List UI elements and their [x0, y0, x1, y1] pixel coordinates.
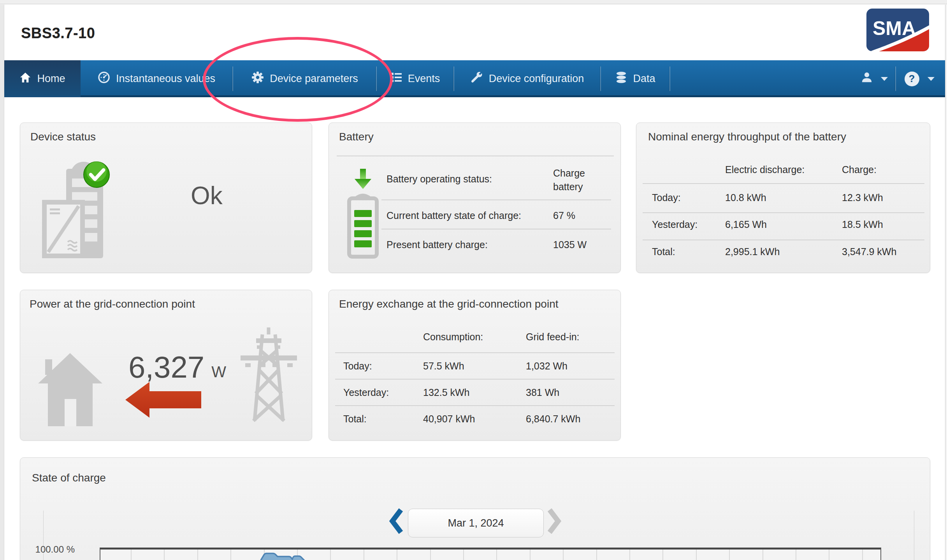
- home-icon: [19, 72, 31, 86]
- cell-feedin: 381 Wh: [526, 387, 559, 398]
- divider: [643, 240, 924, 240]
- chart-gridline: [829, 550, 829, 560]
- cell-consumption: 57.5 kWh: [423, 360, 464, 372]
- row-label: Yesterday:: [343, 387, 389, 398]
- row-label: Present battery charge:: [387, 239, 488, 250]
- nav-tab-instantaneous-values[interactable]: Instantaneous values: [81, 60, 232, 97]
- wrench-icon: [471, 71, 483, 86]
- panel-nominal-energy: Nominal energy throughput of the battery…: [636, 122, 930, 273]
- window-left-strip: [0, 5, 4, 560]
- row-value: 1035 W: [553, 239, 587, 250]
- chart-gridline: [596, 550, 597, 560]
- date-prev-button[interactable]: [388, 508, 404, 535]
- power-flow-arrow-icon: [125, 382, 201, 420]
- panel-energy-exchange: Energy exchange at the grid-connection p…: [329, 290, 621, 441]
- chart-gridline: [563, 550, 564, 560]
- chart-gridline: [330, 550, 331, 560]
- divider: [643, 212, 924, 213]
- sma-logo-text: SMA: [873, 18, 916, 39]
- house-icon: [38, 352, 102, 432]
- panel-device-status: Device status Ok: [20, 122, 312, 273]
- chart-gridline: [463, 550, 464, 560]
- chart-gridline: [696, 550, 697, 560]
- divider: [643, 183, 924, 184]
- row-label: Current battery state of charge:: [387, 210, 521, 221]
- date-next-button[interactable]: [546, 508, 562, 535]
- nav-tab-events[interactable]: Events: [377, 60, 453, 97]
- date-label: Mar 1, 2024: [448, 517, 504, 529]
- chart-gridline: [662, 550, 663, 560]
- panel-title: Device status: [30, 131, 96, 143]
- divider: [381, 229, 611, 229]
- grid-power-unit: W: [211, 361, 226, 383]
- chart-gridline: [496, 550, 497, 560]
- y-axis-max-label: 100.00 %: [28, 544, 75, 555]
- nav-tab-label: Device parameters: [270, 73, 358, 85]
- column-header: Consumption:: [423, 331, 483, 343]
- column-header: Electric discharge:: [725, 164, 805, 175]
- cell-consumption: 40,907 kWh: [423, 413, 475, 425]
- nav-separator: [376, 66, 377, 91]
- cell-discharge: 6,165 Wh: [725, 219, 767, 230]
- main-navigation: Home Instantaneous values Device paramet…: [4, 60, 945, 97]
- chart-frame-edge: [914, 511, 914, 560]
- database-icon: [615, 71, 627, 86]
- soc-area-series: [100, 550, 318, 560]
- chart-gridline: [629, 550, 630, 560]
- user-menu[interactable]: [854, 60, 894, 97]
- chart-gridline: [364, 550, 364, 560]
- panel-state-of-charge: State of charge Mar 1, 2024 100.00 %: [20, 457, 930, 560]
- power-pylon-icon: [237, 327, 301, 426]
- nav-separator: [600, 66, 601, 91]
- row-label: Today:: [652, 192, 681, 203]
- nav-tab-label: Events: [408, 73, 440, 85]
- grid-power-value: 6,327 W: [128, 352, 226, 383]
- row-label: Yesterday:: [652, 219, 698, 230]
- help-icon: ?: [905, 72, 919, 86]
- cell-charge: 18.5 kWh: [842, 219, 883, 230]
- panel-title: Energy exchange at the grid-connection p…: [339, 298, 559, 310]
- list-icon: [390, 72, 402, 86]
- window-right-strip: [945, 5, 947, 560]
- chart-gridline: [862, 550, 863, 560]
- page-title: SBS3.7-10: [21, 25, 95, 42]
- gear-icon: [251, 71, 264, 86]
- row-label: Total:: [343, 413, 367, 425]
- nav-separator: [669, 66, 670, 91]
- help-menu[interactable]: ?: [898, 60, 941, 97]
- nav-tab-label: Home: [37, 73, 65, 85]
- nav-separator: [232, 66, 233, 91]
- panel-title: Nominal energy throughput of the battery: [648, 131, 846, 143]
- chart-gridline: [729, 550, 730, 560]
- cell-charge: 12.3 kWh: [842, 192, 883, 203]
- cell-discharge: 10.8 kWh: [725, 192, 766, 203]
- gauge-icon: [98, 71, 110, 86]
- battery-charging-icon: [344, 169, 381, 262]
- panel-grid-power: Power at the grid-connection point 6,327…: [20, 290, 312, 441]
- cell-charge: 3,547.9 kWh: [842, 246, 896, 257]
- nav-tab-device-parameters[interactable]: Device parameters: [234, 60, 376, 97]
- row-value: Charge battery: [553, 166, 615, 194]
- panel-title: Battery: [339, 131, 374, 143]
- sma-logo: SMA: [866, 9, 929, 51]
- panel-battery: Battery Battery operating status: Charge…: [329, 122, 621, 273]
- divider: [335, 352, 615, 353]
- user-icon: [861, 71, 873, 86]
- cell-discharge: 2,995.1 kWh: [725, 246, 780, 257]
- nav-tab-label: Instantaneous values: [116, 73, 215, 85]
- row-label: Battery operating status:: [387, 173, 492, 185]
- chevron-down-icon: [928, 77, 935, 81]
- row-value: 67 %: [553, 210, 575, 221]
- state-of-charge-chart[interactable]: [100, 548, 881, 560]
- nav-tab-label: Data: [633, 73, 655, 85]
- device-status-value: Ok: [191, 181, 223, 210]
- column-header: Grid feed-in:: [526, 331, 580, 343]
- nav-tab-data[interactable]: Data: [601, 60, 669, 97]
- nav-tab-home[interactable]: Home: [4, 60, 81, 97]
- window-top-strip: [0, 0, 947, 4]
- nav-tab-device-configuration[interactable]: Device configuration: [454, 60, 600, 97]
- chevron-down-icon: [881, 77, 888, 81]
- chart-gridline: [796, 550, 796, 560]
- divider: [381, 200, 611, 200]
- date-selector-button[interactable]: Mar 1, 2024: [408, 509, 544, 537]
